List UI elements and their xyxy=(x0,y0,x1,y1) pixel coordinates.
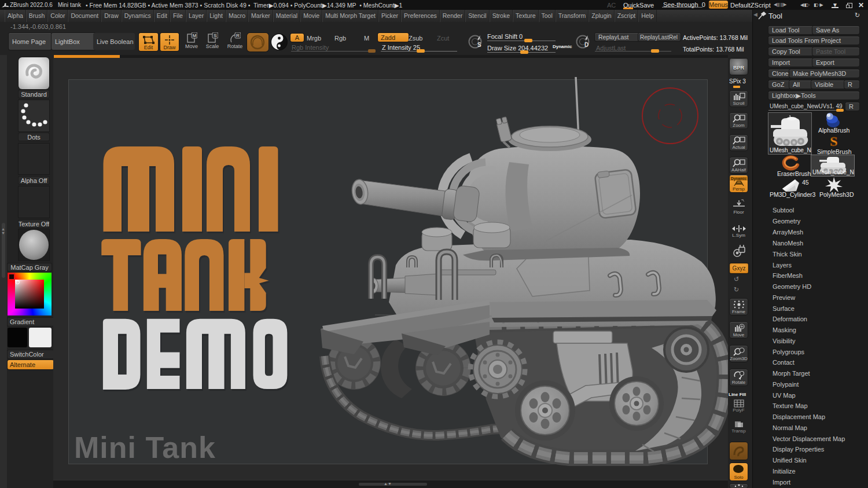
svg-text:D: D xyxy=(584,42,589,48)
svg-text:UMesh_cube_Ne: UMesh_cube_Ne xyxy=(770,147,811,153)
svg-text:S: S xyxy=(477,42,481,48)
svg-text:S: S xyxy=(830,134,837,149)
svg-text:M: M xyxy=(193,33,197,38)
svg-text:S: S xyxy=(214,33,216,38)
svg-text:UMesh_cube_Ne: UMesh_cube_Ne xyxy=(812,169,854,175)
svg-text:Mini Tank: Mini Tank xyxy=(74,431,216,464)
svg-text:R: R xyxy=(236,33,240,38)
